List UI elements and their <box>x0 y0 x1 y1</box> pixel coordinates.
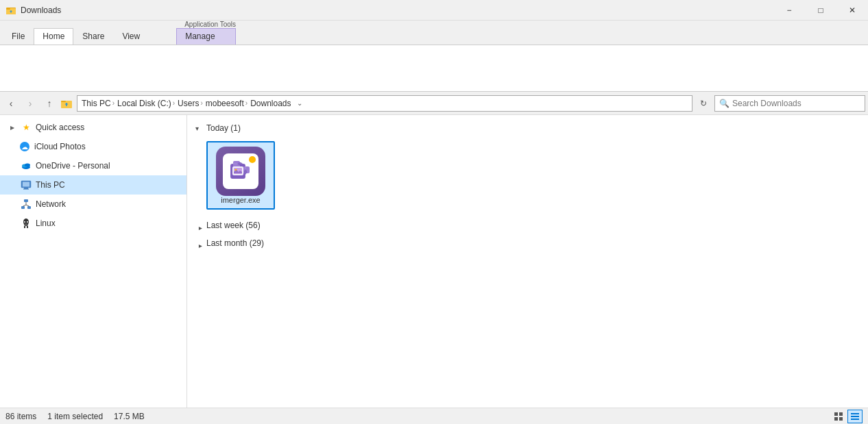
svg-rect-36 <box>839 417 843 421</box>
svg-rect-16 <box>27 206 31 209</box>
quick-access-icon: ★ <box>21 122 32 133</box>
group-lastmonth-label: Last month (29) <box>206 238 264 248</box>
group-today-header[interactable]: ▾ Today (1) <box>195 121 860 136</box>
svg-rect-34 <box>839 412 843 416</box>
ribbon: File Home Share View Application Tools M… <box>0 21 868 92</box>
group-lastweek-label: Last week (56) <box>206 221 261 230</box>
selected-info: 1 item selected <box>47 412 103 421</box>
title-bar: Downloads − □ ✕ <box>0 0 868 21</box>
title-bar-title: Downloads <box>21 5 61 15</box>
svg-rect-38 <box>851 416 859 417</box>
sidebar-item-icloud-photos[interactable]: ☁ iCloud Photos <box>0 137 186 156</box>
tab-manage[interactable]: Manage <box>176 28 236 45</box>
search-box: 🔍 <box>714 95 865 112</box>
onedrive-label: OneDrive - Personal <box>36 161 181 171</box>
icloud-photos-label: iCloud Photos <box>34 142 181 151</box>
breadcrumb-localdisk[interactable]: Local Disk (C:) › <box>117 99 175 108</box>
sidebar-item-quick-access[interactable]: ▶ ★ Quick access <box>0 118 186 137</box>
list-view-button[interactable] <box>847 410 863 423</box>
tab-view[interactable]: View <box>113 28 149 45</box>
down-folder-icon <box>60 97 73 110</box>
imerger-filename: imerger.exe <box>221 196 260 204</box>
status-bar: 86 items 1 item selected 17.5 MB <box>0 408 868 424</box>
network-icon <box>21 199 32 210</box>
svg-point-22 <box>27 221 28 223</box>
lastweek-expand-icon[interactable]: ▾ <box>196 221 204 229</box>
svg-point-9 <box>25 164 30 167</box>
list-view-icon <box>850 412 860 421</box>
address-dropdown-arrow[interactable]: ⌄ <box>297 99 302 107</box>
application-tools-label: Application Tools <box>176 21 236 28</box>
svg-rect-15 <box>21 206 25 209</box>
tab-share[interactable]: Share <box>73 28 113 45</box>
back-button[interactable]: ‹ <box>3 95 19 112</box>
main-area: ▶ ★ Quick access ☁ iCloud Photos ▶ <box>0 115 868 408</box>
quick-access-expand-icon[interactable]: ▶ <box>8 123 16 132</box>
thispc-icon <box>21 179 32 190</box>
network-label: Network <box>36 199 181 209</box>
nav-bar: ‹ › ↑ This PC › Local Disk (C:) › Users … <box>0 92 868 115</box>
search-icon: 🔍 <box>719 99 730 108</box>
close-button[interactable]: ✕ <box>836 0 868 21</box>
file-item-imerger[interactable]: imerger.exe <box>206 141 275 210</box>
icloud-photos-icon: ☁ <box>19 141 30 152</box>
lastmonth-expand-icon[interactable]: ▾ <box>196 239 204 247</box>
sidebar-item-network[interactable]: ▶ Network <box>0 195 186 214</box>
svg-rect-25 <box>27 226 28 228</box>
breadcrumb-users[interactable]: Users › <box>178 99 203 108</box>
onedrive-icon <box>21 160 32 171</box>
svg-rect-37 <box>851 413 859 414</box>
linux-icon <box>21 218 32 229</box>
svg-rect-2 <box>6 8 10 10</box>
up-button[interactable]: ↑ <box>41 95 58 112</box>
refresh-button[interactable]: ↻ <box>695 95 712 112</box>
forward-button[interactable]: › <box>22 95 38 112</box>
breadcrumb-mobeesoft[interactable]: mobeesoft › <box>206 99 248 108</box>
file-size: 17.5 MB <box>114 412 145 421</box>
svg-line-18 <box>23 205 27 206</box>
imerger-dot <box>249 156 256 163</box>
group-lastweek-header[interactable]: ▾ Last week (56) <box>195 218 860 233</box>
ribbon-content <box>0 45 868 91</box>
group-today-label: Today (1) <box>206 123 241 133</box>
ribbon-tabs: File Home Share View Application Tools M… <box>0 21 868 45</box>
folder-icon <box>5 5 16 16</box>
sidebar: ▶ ★ Quick access ☁ iCloud Photos ▶ <box>0 115 187 408</box>
thispc-label: This PC <box>36 180 181 190</box>
sidebar-item-linux[interactable]: ▶ Linux <box>0 214 186 233</box>
svg-rect-4 <box>61 101 66 102</box>
address-bar[interactable]: This PC › Local Disk (C:) › Users › mobe… <box>77 95 692 112</box>
breadcrumb-thispc[interactable]: This PC › <box>82 99 114 108</box>
group-lastmonth-header[interactable]: ▾ Last month (29) <box>195 236 860 251</box>
search-input[interactable] <box>732 99 860 108</box>
grid-view-button[interactable] <box>831 410 846 423</box>
svg-point-23 <box>24 223 28 226</box>
view-controls <box>831 410 863 423</box>
quick-access-label: Quick access <box>36 123 181 132</box>
status-info: 86 items 1 item selected 17.5 MB <box>5 412 145 421</box>
sidebar-item-onedrive[interactable]: ▶ OneDrive - Personal <box>0 156 186 175</box>
item-count: 86 items <box>5 412 36 421</box>
svg-text:☁: ☁ <box>21 143 28 151</box>
today-file-grid: imerger.exe <box>195 138 860 218</box>
today-expand-icon[interactable]: ▾ <box>195 125 204 132</box>
svg-rect-33 <box>834 412 838 416</box>
svg-rect-24 <box>24 226 25 228</box>
svg-line-19 <box>26 205 29 206</box>
svg-rect-39 <box>851 419 859 420</box>
maximize-button[interactable]: □ <box>805 0 836 21</box>
tab-file[interactable]: File <box>3 28 34 45</box>
svg-rect-14 <box>24 199 28 202</box>
svg-rect-35 <box>834 417 838 421</box>
grid-view-icon <box>834 412 843 421</box>
svg-rect-13 <box>23 189 29 190</box>
minimize-button[interactable]: − <box>773 0 805 21</box>
imerger-icon <box>216 147 265 196</box>
content-area: ▾ Today (1) <box>187 115 868 408</box>
svg-rect-11 <box>23 182 29 187</box>
sidebar-item-thispc[interactable]: ▶ This PC <box>0 175 186 195</box>
breadcrumb-downloads[interactable]: Downloads <box>250 99 291 108</box>
tab-home[interactable]: Home <box>34 28 73 45</box>
linux-label: Linux <box>36 219 181 228</box>
title-bar-controls: − □ ✕ <box>773 0 868 21</box>
